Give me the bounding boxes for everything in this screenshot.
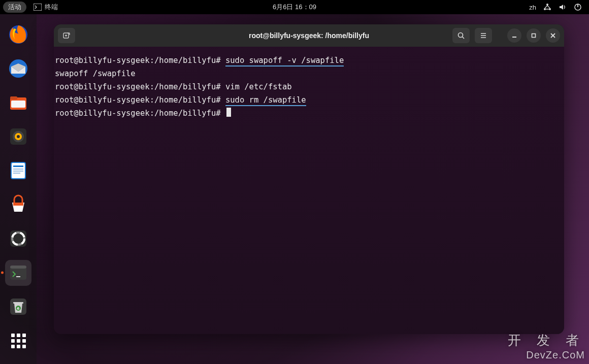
dock-terminal[interactable] (5, 260, 31, 286)
dock-help[interactable] (5, 226, 31, 252)
terminal-icon (34, 4, 42, 11)
maximize-button[interactable] (527, 28, 541, 43)
watermark-line2: DevZe.CoM (508, 349, 585, 361)
new-tab-button[interactable] (58, 28, 75, 43)
terminal-titlebar[interactable]: root@billyfu-sysgeek: /home/billyfu (54, 24, 564, 47)
dock-firefox[interactable] (5, 21, 31, 47)
activities-button[interactable]: 活动 (3, 2, 26, 13)
svg-point-2 (544, 8, 546, 10)
app-menu-label: 终端 (45, 3, 58, 12)
cursor (226, 108, 231, 117)
dock-software[interactable] (5, 191, 31, 217)
terminal-line: swapoff /swapfile (54, 67, 564, 80)
dock-thunderbird[interactable] (5, 55, 31, 81)
dock (0, 14, 37, 364)
top-bar: 活动 终端 6月6日 16：09 zh (0, 0, 589, 14)
svg-line-37 (463, 37, 465, 39)
svg-rect-42 (532, 34, 536, 38)
svg-point-3 (549, 8, 551, 10)
show-applications[interactable] (5, 328, 31, 354)
svg-point-36 (459, 33, 463, 38)
dock-trash[interactable] (5, 294, 31, 320)
terminal-title: root@billyfu-sysgeek: /home/billyfu (249, 31, 369, 40)
svg-rect-9 (10, 96, 17, 100)
terminal-line: root@billyfu-sysgeek:/home/billyfu# sudo… (54, 93, 564, 107)
menu-button[interactable] (475, 28, 492, 43)
dock-files[interactable] (5, 89, 31, 115)
apps-grid-icon (11, 334, 26, 348)
terminal-line: root@billyfu-sysgeek:/home/billyfu# (54, 107, 564, 120)
svg-rect-26 (10, 266, 26, 269)
svg-point-14 (17, 135, 20, 138)
svg-rect-21 (13, 203, 23, 206)
watermark: 开 发 者 DevZe.CoM (508, 332, 585, 361)
volume-icon[interactable] (559, 3, 567, 11)
close-button[interactable] (546, 28, 560, 43)
svg-rect-10 (11, 101, 25, 108)
minimize-button[interactable] (507, 28, 521, 43)
status-area[interactable]: zh (529, 3, 589, 11)
dock-libreoffice-writer[interactable] (5, 157, 31, 183)
svg-rect-0 (34, 4, 42, 11)
network-icon[interactable] (543, 3, 551, 11)
clock[interactable]: 6月6日 16：09 (273, 3, 316, 12)
power-icon[interactable] (574, 3, 582, 11)
terminal-body[interactable]: root@billyfu-sysgeek:/home/billyfu# sudo… (54, 47, 564, 334)
search-button[interactable] (452, 28, 470, 43)
svg-rect-20 (13, 173, 20, 174)
terminal-line: root@billyfu-sysgeek:/home/billyfu# vim … (54, 80, 564, 93)
input-method-indicator[interactable]: zh (529, 4, 536, 11)
svg-rect-19 (13, 171, 23, 172)
app-menu[interactable]: 终端 (34, 3, 58, 12)
svg-point-1 (546, 4, 548, 6)
svg-rect-29 (13, 302, 23, 304)
watermark-line1: 开 发 者 (508, 332, 585, 349)
terminal-window: root@billyfu-sysgeek: /home/billyfu root… (54, 24, 564, 334)
dock-rhythmbox[interactable] (5, 123, 31, 149)
svg-rect-17 (13, 166, 23, 167)
terminal-line: root@billyfu-sysgeek:/home/billyfu# sudo… (54, 54, 564, 67)
svg-rect-18 (13, 169, 23, 170)
